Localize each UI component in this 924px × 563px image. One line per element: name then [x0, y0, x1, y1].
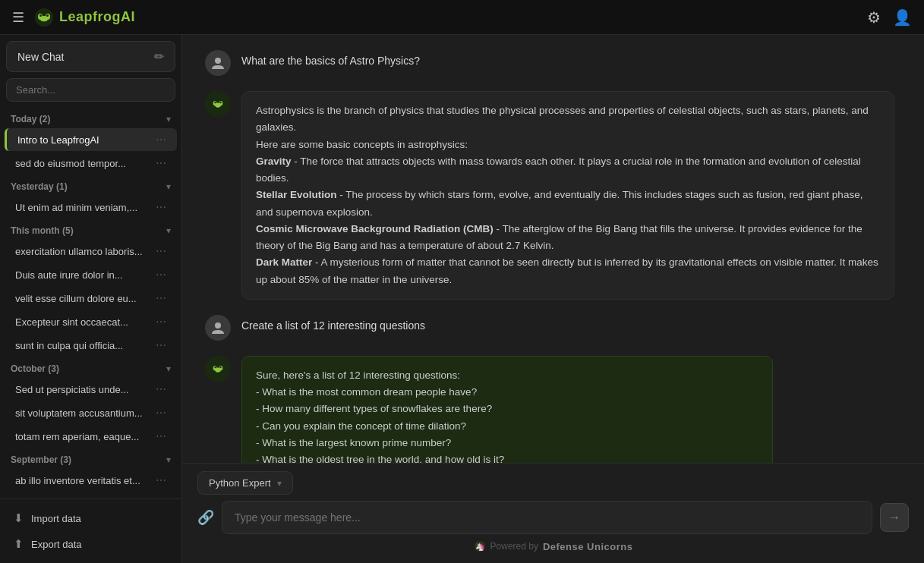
more-options-icon[interactable]: ⋯ — [156, 339, 166, 351]
sidebar: New Chat ✏ Today (2) ▾ Intro to Leapfrog… — [0, 35, 182, 563]
group-title-yesterday: Yesterday (1) — [11, 181, 68, 192]
more-options-icon[interactable]: ⋯ — [156, 201, 166, 213]
bot-message-green: Sure, here's a list of 12 interesting qu… — [241, 356, 773, 463]
group-title-today: Today (2) — [11, 114, 50, 124]
chat-area: What are the basics of Astro Physics? — [182, 35, 924, 563]
more-options-icon[interactable]: ⋯ — [156, 245, 166, 257]
user-message-text-2: Create a list of 12 interesting question… — [241, 315, 901, 337]
sidebar-item-sed[interactable]: sed do eiusmod tempor... ⋯ — [5, 152, 177, 175]
new-chat-button[interactable]: New Chat ✏ — [6, 41, 175, 72]
user-icon[interactable]: 👤 — [893, 8, 912, 27]
group-header-october[interactable]: October (3) ▾ — [0, 357, 181, 377]
chat-bottom: Python Expert ▾ 🔗 → 🦄 Powered by Defense… — [182, 463, 924, 563]
user-avatar-2 — [205, 315, 231, 341]
defense-unicorns-icon: 🦄 — [474, 540, 486, 552]
more-options-icon[interactable]: ⋯ — [156, 383, 166, 395]
message-row-user2: Create a list of 12 interesting question… — [205, 315, 901, 341]
svg-point-5 — [46, 14, 49, 17]
settings-icon[interactable]: ⚙ — [867, 8, 881, 27]
topbar: ☰ LeapfrogAI ⚙ 👤 — [0, 0, 924, 35]
svg-point-3 — [40, 16, 48, 22]
chat-input-row: 🔗 → — [197, 501, 909, 534]
more-options-icon[interactable]: ⋯ — [156, 269, 166, 281]
powered-by-text: Powered by — [490, 541, 538, 552]
sidebar-bottom: ⬇ Import data ⬆ Export data — [0, 499, 181, 563]
group-header-today[interactable]: Today (2) ▾ — [0, 108, 181, 127]
sidebar-item-exercitation[interactable]: exercitation ullamco laboris... ⋯ — [5, 240, 177, 263]
sidebar-item-sit[interactable]: sit voluptatem accusantium... ⋯ — [5, 401, 177, 424]
more-options-icon[interactable]: ⋯ — [156, 407, 166, 419]
sidebar-item-totam[interactable]: totam rem aperiam, eaque... ⋯ — [5, 425, 177, 448]
sidebar-item-beatae[interactable]: beatae vitae dicta sunt... ⋯ — [5, 492, 177, 499]
chevron-down-icon: ▾ — [166, 363, 171, 374]
import-icon: ⬇ — [14, 511, 24, 525]
logo-text: LeapfrogAI — [59, 9, 135, 25]
sidebar-item-label: sit voluptatem accusantium... — [15, 407, 143, 419]
user-avatar — [205, 50, 231, 76]
new-chat-label: New Chat — [17, 51, 64, 63]
bot-message-text: Astrophysics is the branch of physics th… — [241, 91, 894, 300]
sidebar-item-sunt[interactable]: sunt in culpa qui officia... ⋯ — [5, 334, 177, 357]
more-options-icon[interactable]: ⋯ — [156, 474, 166, 486]
chevron-down-icon: ▾ — [166, 114, 171, 124]
user-message-text: What are the basics of Astro Physics? — [241, 50, 901, 72]
message-row-bot2: Sure, here's a list of 12 interesting qu… — [205, 356, 901, 463]
more-options-icon[interactable]: ⋯ — [156, 134, 166, 146]
sidebar-item-label: ab illo inventore veritatis et... — [15, 475, 140, 486]
message-content-user1: What are the basics of Astro Physics? — [241, 50, 901, 72]
group-header-yesterday[interactable]: Yesterday (1) ▾ — [0, 175, 181, 195]
chevron-down-icon: ▾ — [166, 181, 171, 192]
sidebar-item-label: Sed ut perspiciatis unde... — [15, 384, 129, 395]
attachment-icon[interactable]: 🔗 — [197, 509, 214, 526]
powered-by: 🦄 Powered by Defense Unicorns — [197, 540, 909, 552]
sidebar-item-label: Ut enim ad minim veniam,... — [15, 202, 137, 213]
model-selector-label: Python Expert — [209, 477, 271, 489]
import-label: Import data — [31, 513, 81, 524]
sidebar-item-excepteur[interactable]: Excepteur sint occaecat... ⋯ — [5, 310, 177, 333]
export-data-button[interactable]: ⬆ Export data — [6, 531, 175, 557]
sidebar-item-duis[interactable]: Duis aute irure dolor in... ⋯ — [5, 263, 177, 286]
export-icon: ⬆ — [14, 537, 24, 551]
chevron-down-icon: ▾ — [166, 225, 171, 236]
sidebar-item-sed2[interactable]: Sed ut perspiciatis unde... ⋯ — [5, 378, 177, 401]
main-layout: New Chat ✏ Today (2) ▾ Intro to Leapfrog… — [0, 35, 924, 563]
topbar-right: ⚙ 👤 — [867, 8, 912, 27]
chat-input[interactable] — [222, 501, 872, 534]
svg-point-11 — [219, 102, 221, 103]
edit-icon: ✏ — [154, 49, 164, 64]
sidebar-item-label: sed do eiusmod tempor... — [15, 158, 126, 169]
sidebar-item-intro[interactable]: Intro to LeapfrogAI ⋯ — [5, 128, 177, 151]
svg-point-15 — [215, 367, 221, 372]
message-content-bot1: Astrophysics is the branch of physics th… — [241, 91, 901, 300]
send-button[interactable]: → — [880, 503, 909, 532]
sidebar-item-ut[interactable]: Ut enim ad minim veniam,... ⋯ — [5, 196, 177, 219]
message-row-user1: What are the basics of Astro Physics? — [205, 50, 901, 76]
leapfrog-logo-icon — [33, 7, 55, 28]
svg-point-17 — [219, 366, 221, 368]
hamburger-icon[interactable]: ☰ — [12, 9, 24, 26]
model-selector-row: Python Expert ▾ — [197, 471, 909, 495]
message-row-bot1: Astrophysics is the branch of physics th… — [205, 91, 901, 300]
more-options-icon[interactable]: ⋯ — [156, 430, 166, 442]
more-options-icon[interactable]: ⋯ — [156, 157, 166, 169]
group-header-september[interactable]: September (3) ▾ — [0, 448, 181, 468]
more-options-icon[interactable]: ⋯ — [156, 316, 166, 328]
sidebar-item-label: Intro to LeapfrogAI — [17, 134, 99, 146]
svg-point-16 — [214, 366, 216, 368]
sidebar-item-label: totam rem aperiam, eaque... — [15, 431, 139, 442]
group-title-october: October (3) — [11, 363, 59, 374]
model-selector[interactable]: Python Expert ▾ — [197, 471, 293, 495]
sidebar-item-label: Excepteur sint occaecat... — [15, 316, 128, 328]
svg-point-9 — [215, 102, 221, 107]
group-header-this-month[interactable]: This month (5) ▾ — [0, 219, 181, 239]
bot-avatar — [205, 91, 231, 117]
more-options-icon[interactable]: ⋯ — [156, 292, 166, 304]
sidebar-item-ab[interactable]: ab illo inventore veritatis et... ⋯ — [5, 469, 177, 492]
import-data-button[interactable]: ⬇ Import data — [6, 505, 175, 531]
search-input[interactable] — [6, 78, 175, 102]
sidebar-item-velit[interactable]: velit esse cillum dolore eu... ⋯ — [5, 287, 177, 310]
svg-point-6 — [215, 58, 221, 64]
export-label: Export data — [31, 539, 82, 550]
bot-avatar-2 — [205, 356, 231, 382]
topbar-left: ☰ LeapfrogAI — [12, 7, 135, 28]
